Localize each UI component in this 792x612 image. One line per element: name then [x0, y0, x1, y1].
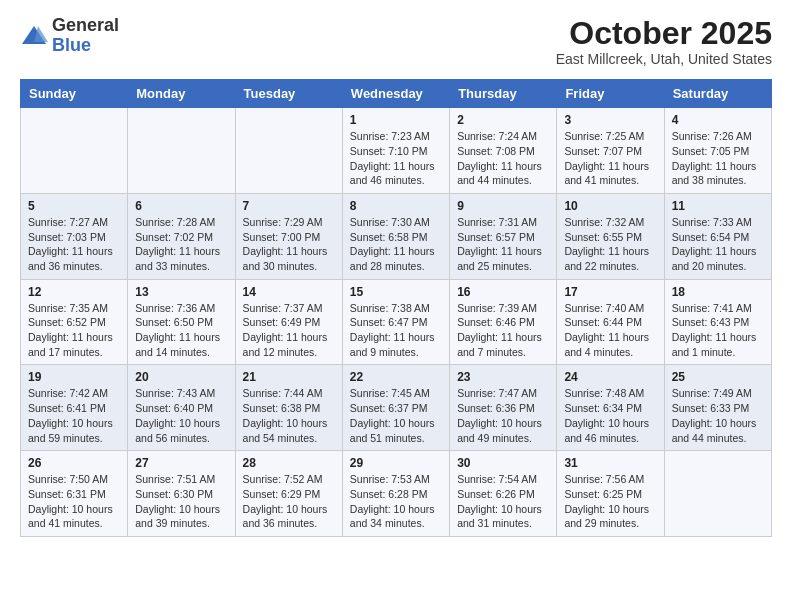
svg-marker-1	[34, 26, 48, 42]
day-info: Sunrise: 7:38 AM Sunset: 6:47 PM Dayligh…	[350, 301, 442, 360]
page-header: General Blue October 2025 East Millcreek…	[20, 16, 772, 67]
day-info: Sunrise: 7:42 AM Sunset: 6:41 PM Dayligh…	[28, 386, 120, 445]
day-number: 5	[28, 199, 120, 213]
calendar-cell: 22Sunrise: 7:45 AM Sunset: 6:37 PM Dayli…	[342, 365, 449, 451]
weekday-header: Thursday	[450, 80, 557, 108]
calendar-cell: 30Sunrise: 7:54 AM Sunset: 6:26 PM Dayli…	[450, 451, 557, 537]
calendar-week-row: 26Sunrise: 7:50 AM Sunset: 6:31 PM Dayli…	[21, 451, 772, 537]
calendar-header: SundayMondayTuesdayWednesdayThursdayFrid…	[21, 80, 772, 108]
day-info: Sunrise: 7:28 AM Sunset: 7:02 PM Dayligh…	[135, 215, 227, 274]
day-number: 9	[457, 199, 549, 213]
day-info: Sunrise: 7:44 AM Sunset: 6:38 PM Dayligh…	[243, 386, 335, 445]
calendar-cell	[664, 451, 771, 537]
calendar-week-row: 1Sunrise: 7:23 AM Sunset: 7:10 PM Daylig…	[21, 108, 772, 194]
calendar-cell: 4Sunrise: 7:26 AM Sunset: 7:05 PM Daylig…	[664, 108, 771, 194]
calendar-cell: 17Sunrise: 7:40 AM Sunset: 6:44 PM Dayli…	[557, 279, 664, 365]
calendar-cell: 18Sunrise: 7:41 AM Sunset: 6:43 PM Dayli…	[664, 279, 771, 365]
day-number: 31	[564, 456, 656, 470]
day-number: 13	[135, 285, 227, 299]
weekday-header: Friday	[557, 80, 664, 108]
day-number: 27	[135, 456, 227, 470]
logo: General Blue	[20, 16, 119, 56]
day-info: Sunrise: 7:36 AM Sunset: 6:50 PM Dayligh…	[135, 301, 227, 360]
day-info: Sunrise: 7:35 AM Sunset: 6:52 PM Dayligh…	[28, 301, 120, 360]
day-number: 25	[672, 370, 764, 384]
day-number: 28	[243, 456, 335, 470]
day-info: Sunrise: 7:39 AM Sunset: 6:46 PM Dayligh…	[457, 301, 549, 360]
day-number: 12	[28, 285, 120, 299]
day-number: 20	[135, 370, 227, 384]
weekday-header: Tuesday	[235, 80, 342, 108]
day-number: 24	[564, 370, 656, 384]
calendar-cell: 6Sunrise: 7:28 AM Sunset: 7:02 PM Daylig…	[128, 193, 235, 279]
calendar-cell: 29Sunrise: 7:53 AM Sunset: 6:28 PM Dayli…	[342, 451, 449, 537]
calendar-cell: 12Sunrise: 7:35 AM Sunset: 6:52 PM Dayli…	[21, 279, 128, 365]
calendar-cell	[235, 108, 342, 194]
day-number: 1	[350, 113, 442, 127]
day-info: Sunrise: 7:29 AM Sunset: 7:00 PM Dayligh…	[243, 215, 335, 274]
day-info: Sunrise: 7:48 AM Sunset: 6:34 PM Dayligh…	[564, 386, 656, 445]
calendar-cell: 23Sunrise: 7:47 AM Sunset: 6:36 PM Dayli…	[450, 365, 557, 451]
day-number: 14	[243, 285, 335, 299]
day-info: Sunrise: 7:51 AM Sunset: 6:30 PM Dayligh…	[135, 472, 227, 531]
day-number: 18	[672, 285, 764, 299]
day-number: 11	[672, 199, 764, 213]
day-info: Sunrise: 7:43 AM Sunset: 6:40 PM Dayligh…	[135, 386, 227, 445]
day-info: Sunrise: 7:52 AM Sunset: 6:29 PM Dayligh…	[243, 472, 335, 531]
weekday-header: Sunday	[21, 80, 128, 108]
calendar-cell: 21Sunrise: 7:44 AM Sunset: 6:38 PM Dayli…	[235, 365, 342, 451]
calendar-cell	[128, 108, 235, 194]
day-number: 6	[135, 199, 227, 213]
calendar-cell: 7Sunrise: 7:29 AM Sunset: 7:00 PM Daylig…	[235, 193, 342, 279]
day-number: 7	[243, 199, 335, 213]
logo-text: General Blue	[52, 16, 119, 56]
calendar-cell: 13Sunrise: 7:36 AM Sunset: 6:50 PM Dayli…	[128, 279, 235, 365]
calendar-cell: 1Sunrise: 7:23 AM Sunset: 7:10 PM Daylig…	[342, 108, 449, 194]
calendar-cell: 2Sunrise: 7:24 AM Sunset: 7:08 PM Daylig…	[450, 108, 557, 194]
weekday-header: Wednesday	[342, 80, 449, 108]
day-number: 30	[457, 456, 549, 470]
weekday-header: Monday	[128, 80, 235, 108]
day-number: 2	[457, 113, 549, 127]
day-info: Sunrise: 7:54 AM Sunset: 6:26 PM Dayligh…	[457, 472, 549, 531]
day-number: 23	[457, 370, 549, 384]
calendar-cell: 27Sunrise: 7:51 AM Sunset: 6:30 PM Dayli…	[128, 451, 235, 537]
day-number: 26	[28, 456, 120, 470]
calendar-table: SundayMondayTuesdayWednesdayThursdayFrid…	[20, 79, 772, 537]
calendar-cell: 3Sunrise: 7:25 AM Sunset: 7:07 PM Daylig…	[557, 108, 664, 194]
calendar-cell: 15Sunrise: 7:38 AM Sunset: 6:47 PM Dayli…	[342, 279, 449, 365]
day-number: 22	[350, 370, 442, 384]
weekday-row: SundayMondayTuesdayWednesdayThursdayFrid…	[21, 80, 772, 108]
day-number: 29	[350, 456, 442, 470]
day-info: Sunrise: 7:37 AM Sunset: 6:49 PM Dayligh…	[243, 301, 335, 360]
calendar-cell: 25Sunrise: 7:49 AM Sunset: 6:33 PM Dayli…	[664, 365, 771, 451]
calendar-cell: 20Sunrise: 7:43 AM Sunset: 6:40 PM Dayli…	[128, 365, 235, 451]
calendar-cell: 8Sunrise: 7:30 AM Sunset: 6:58 PM Daylig…	[342, 193, 449, 279]
day-info: Sunrise: 7:25 AM Sunset: 7:07 PM Dayligh…	[564, 129, 656, 188]
day-info: Sunrise: 7:50 AM Sunset: 6:31 PM Dayligh…	[28, 472, 120, 531]
day-number: 19	[28, 370, 120, 384]
day-info: Sunrise: 7:24 AM Sunset: 7:08 PM Dayligh…	[457, 129, 549, 188]
day-info: Sunrise: 7:56 AM Sunset: 6:25 PM Dayligh…	[564, 472, 656, 531]
logo-general: General	[52, 15, 119, 35]
weekday-header: Saturday	[664, 80, 771, 108]
calendar-cell: 31Sunrise: 7:56 AM Sunset: 6:25 PM Dayli…	[557, 451, 664, 537]
calendar-body: 1Sunrise: 7:23 AM Sunset: 7:10 PM Daylig…	[21, 108, 772, 537]
calendar-cell: 9Sunrise: 7:31 AM Sunset: 6:57 PM Daylig…	[450, 193, 557, 279]
calendar-cell: 26Sunrise: 7:50 AM Sunset: 6:31 PM Dayli…	[21, 451, 128, 537]
logo-icon	[20, 22, 48, 50]
day-info: Sunrise: 7:30 AM Sunset: 6:58 PM Dayligh…	[350, 215, 442, 274]
day-info: Sunrise: 7:26 AM Sunset: 7:05 PM Dayligh…	[672, 129, 764, 188]
title-block: October 2025 East Millcreek, Utah, Unite…	[556, 16, 772, 67]
calendar-cell: 28Sunrise: 7:52 AM Sunset: 6:29 PM Dayli…	[235, 451, 342, 537]
day-info: Sunrise: 7:49 AM Sunset: 6:33 PM Dayligh…	[672, 386, 764, 445]
day-number: 15	[350, 285, 442, 299]
day-info: Sunrise: 7:31 AM Sunset: 6:57 PM Dayligh…	[457, 215, 549, 274]
calendar-cell: 24Sunrise: 7:48 AM Sunset: 6:34 PM Dayli…	[557, 365, 664, 451]
day-info: Sunrise: 7:32 AM Sunset: 6:55 PM Dayligh…	[564, 215, 656, 274]
calendar-cell: 10Sunrise: 7:32 AM Sunset: 6:55 PM Dayli…	[557, 193, 664, 279]
calendar-cell: 5Sunrise: 7:27 AM Sunset: 7:03 PM Daylig…	[21, 193, 128, 279]
page-title: October 2025	[556, 16, 772, 51]
calendar-cell: 11Sunrise: 7:33 AM Sunset: 6:54 PM Dayli…	[664, 193, 771, 279]
day-number: 16	[457, 285, 549, 299]
